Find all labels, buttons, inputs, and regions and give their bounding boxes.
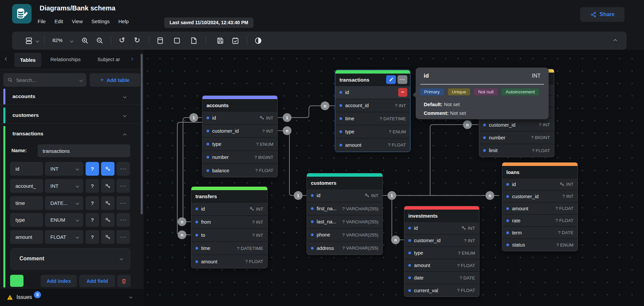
delete-table-button[interactable] (117, 275, 131, 287)
table-field-row[interactable]: account_id? INT (335, 99, 410, 112)
table-field-row[interactable]: address? VARCHAR(255) (307, 242, 382, 255)
table-field-row[interactable]: limit? FLOAT (479, 144, 554, 157)
zoom-out-icon[interactable] (96, 37, 104, 45)
chevron-down-icon[interactable] (123, 114, 127, 117)
table-field-row[interactable]: last_na...? VARCHAR(255) (307, 215, 382, 228)
tab-subject-areas[interactable]: Subject ar (97, 56, 125, 62)
search-input[interactable] (16, 77, 77, 83)
layout-caret-icon[interactable] (36, 39, 39, 43)
field-name-input[interactable]: amount (10, 230, 43, 244)
table-investments[interactable]: investments idINT customer_id? INT type?… (404, 206, 479, 297)
table-more-button[interactable]: ··· (398, 75, 407, 84)
chevron-up-icon[interactable] (123, 134, 127, 137)
sidebar-scrollbar[interactable] (141, 54, 143, 214)
field-type-select[interactable]: DATE... (45, 196, 83, 210)
primary-key-toggle[interactable] (101, 196, 114, 210)
app-logo-icon[interactable] (12, 4, 32, 24)
nullable-toggle[interactable]: ? (86, 196, 99, 210)
table-field-row[interactable]: id− (335, 86, 410, 99)
table-field-row[interactable]: amount? FLOAT (502, 203, 578, 215)
menu-view[interactable]: View (72, 18, 83, 24)
table-field-row[interactable]: idINT (307, 189, 382, 202)
nullable-toggle[interactable]: ? (86, 213, 99, 227)
field-type-select[interactable]: FLOAT (45, 230, 83, 244)
field-more-button[interactable]: ··· (117, 179, 130, 193)
menu-edit[interactable]: Edit (54, 18, 63, 24)
add-table-button[interactable]: + Add table (90, 73, 140, 87)
comment-section[interactable]: Comment (10, 248, 130, 270)
table-field-row[interactable]: type? ENUM (202, 138, 277, 151)
table-field-row[interactable]: type? ENUM (404, 247, 479, 259)
save-icon[interactable] (216, 37, 224, 45)
table-color-swatch[interactable] (10, 275, 24, 287)
table-accounts[interactable]: accounts idINT customer_id? INT type? EN… (202, 95, 278, 177)
commit-check-icon[interactable] (231, 37, 239, 45)
field-more-button[interactable]: ··· (117, 230, 130, 244)
sidebar-item-accounts[interactable]: accounts (0, 89, 141, 105)
table-search[interactable] (3, 73, 86, 87)
redo-icon[interactable]: ↻ (134, 35, 140, 45)
table-field-row[interactable]: amount? FLOAT (335, 138, 410, 151)
table-field-row[interactable]: type? ENUM (335, 125, 410, 138)
table-field-row[interactable]: from? INT (191, 216, 267, 229)
table-transfers[interactable]: transfers idINT from? INT to? INT time? … (191, 186, 268, 268)
primary-key-toggle[interactable] (101, 230, 114, 244)
chevron-down-icon[interactable] (123, 95, 127, 98)
tab-tables[interactable]: Tables (14, 53, 41, 67)
menu-help[interactable]: Help (118, 18, 129, 24)
table-field-row[interactable]: idINT (502, 178, 578, 190)
field-name-input[interactable]: time (10, 196, 43, 210)
collapse-toolbar-icon[interactable] (614, 39, 617, 43)
sidebar-item-customers[interactable]: customers (0, 107, 141, 124)
table-field-row[interactable]: idINT (404, 222, 479, 234)
field-more-button[interactable]: ··· (117, 213, 130, 227)
field-more-button[interactable]: ··· (117, 162, 130, 176)
menu-file[interactable]: File (38, 18, 46, 24)
table-loans[interactable]: loans idINT customer_id? INT amount? FLO… (502, 162, 578, 251)
undo-icon[interactable]: ↺ (119, 35, 125, 45)
table-name-input[interactable] (38, 144, 130, 157)
chevron-down-icon[interactable] (129, 295, 133, 299)
table-field-row[interactable]: to? INT (191, 229, 267, 242)
field-name-input[interactable]: id (10, 162, 43, 176)
table-field-row[interactable]: time? DATETIME (191, 242, 267, 255)
table-transactions[interactable]: transactions ··· id− account_id? INT tim… (335, 70, 410, 152)
menu-settings[interactable]: Settings (91, 18, 109, 24)
add-note-icon[interactable] (190, 37, 198, 45)
primary-key-toggle[interactable] (101, 179, 114, 193)
zoom-caret-icon[interactable] (70, 39, 74, 43)
table-field-row[interactable]: customer_id? INT (202, 125, 277, 138)
nullable-toggle[interactable]: ? (86, 179, 99, 193)
tabs-scroll-right-icon[interactable] (130, 57, 133, 61)
table-field-row[interactable]: status? ENUM (502, 239, 578, 251)
primary-key-toggle[interactable] (101, 162, 114, 176)
add-field-button[interactable]: Add field (79, 275, 115, 287)
issues-bar[interactable]: Issues 0 (0, 288, 144, 306)
sidebar-item-transactions[interactable]: transactions (0, 126, 141, 142)
table-field-row[interactable]: customer_id? INT (404, 234, 479, 247)
field-type-select[interactable]: INT (45, 179, 83, 193)
table-field-row[interactable]: balance? FLOAT (202, 164, 277, 177)
theme-contrast-icon[interactable] (254, 37, 262, 45)
table-field-row[interactable]: current_val? FLOAT (404, 284, 479, 297)
zoom-in-icon[interactable] (81, 37, 89, 45)
add-area-icon[interactable] (173, 37, 181, 45)
tabs-scroll-left-icon[interactable] (5, 57, 8, 61)
table-field-row[interactable]: amount? FLOAT (404, 259, 479, 272)
share-button[interactable]: Share (580, 7, 625, 22)
table-field-row[interactable]: customer_id? INT (479, 119, 554, 131)
table-field-row[interactable]: term? DATE (502, 227, 578, 239)
table-field-row[interactable]: date? DATE (404, 272, 479, 284)
layout-icon[interactable] (25, 37, 33, 45)
table-field-row[interactable]: customer_id? INT (502, 190, 578, 203)
field-type-select[interactable]: INT (45, 162, 83, 176)
nullable-toggle[interactable]: ? (86, 230, 99, 244)
table-field-row[interactable]: idINT (202, 112, 277, 125)
edit-table-button[interactable] (386, 75, 396, 84)
add-table-icon[interactable] (156, 37, 164, 45)
table-field-row[interactable]: idINT (191, 203, 267, 216)
table-field-row[interactable]: first_na...? VARCHAR(255) (307, 202, 382, 215)
field-name-input[interactable]: type (10, 213, 43, 227)
primary-key-toggle[interactable] (101, 213, 114, 227)
table-field-row[interactable]: number? BIGINT (202, 151, 277, 164)
